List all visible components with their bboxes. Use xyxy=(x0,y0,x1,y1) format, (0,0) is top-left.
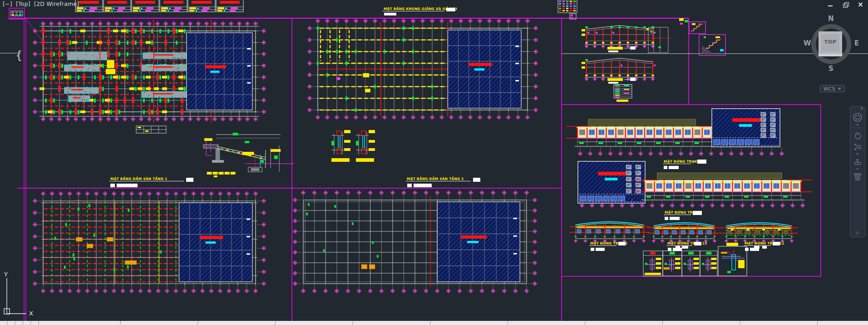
figure-plan-bottom-mid xyxy=(292,190,537,293)
ucs-selector-label: WCS xyxy=(824,86,835,91)
drawing-title: MẶT BẰNG DẦM SÀN TẦNG 1 xyxy=(109,176,193,187)
figure-ramp-section xyxy=(203,133,294,177)
drawing-title-text: MẶT BẰNG DẦM SÀN TẦNG 1 xyxy=(110,176,168,181)
layout-lines: { xyxy=(0,8,868,322)
figure-mini-table xyxy=(136,126,166,133)
drawing-canvas[interactable]: {MẶT BẰNG KHUNG GIẰNG XÀ GỒ MÁIMẶT BẰNG … xyxy=(0,0,868,325)
restore-icon[interactable] xyxy=(843,2,848,8)
figure-truss-title-2 xyxy=(607,78,636,84)
navigation-wheel-icon[interactable] xyxy=(852,111,863,124)
figure-gable-small-1 xyxy=(569,222,650,243)
drawing-title: MẶT BẰNG DẦM SÀN TẦNG 2 xyxy=(406,176,480,187)
ucs-selector-button[interactable]: WCS xyxy=(820,85,845,92)
viewport-view-control[interactable]: [Top] xyxy=(16,0,30,7)
showmotion-icon[interactable] xyxy=(852,171,863,183)
figure-truss-title-1 xyxy=(607,46,636,52)
viewcube-north[interactable]: N xyxy=(828,15,834,23)
viewport-minimize-control[interactable]: [−] xyxy=(3,0,12,7)
drawing-title-text: MẶT ĐỨNG TRỤC A xyxy=(664,160,701,164)
orbit-icon[interactable] xyxy=(852,156,863,168)
figure-plan-top-left xyxy=(32,20,266,123)
figure-gable-a xyxy=(712,109,780,147)
navigation-wheel-caret-icon[interactable] xyxy=(856,124,859,126)
viewcube-top-face[interactable]: TOP xyxy=(819,31,842,56)
close-icon[interactable]: × xyxy=(858,2,863,8)
taskbar-left-cells[interactable] xyxy=(0,321,44,325)
figure-corner-sheet xyxy=(11,11,23,16)
viewport-controls: [−] [Top] [2D Wireframe] xyxy=(3,0,81,7)
minimize-icon[interactable] xyxy=(828,2,833,8)
figure-column-details-row xyxy=(643,243,767,276)
viewcube[interactable]: N W E S TOP xyxy=(804,14,857,74)
navbar-close-icon[interactable]: ✕ xyxy=(860,107,863,111)
svg-text:X: X xyxy=(29,310,33,317)
zoom-caret-icon[interactable] xyxy=(856,153,859,155)
figure-column-section-1 xyxy=(331,130,350,162)
taskbar-tabs[interactable] xyxy=(44,321,868,325)
viewcube-south[interactable]: S xyxy=(829,65,833,73)
drawing-title: MẶT ĐỨNG TRỤC B xyxy=(664,210,702,220)
drawing-title-text: MẶT BẰNG DẦM SÀN TẦNG 2 xyxy=(407,176,464,181)
drawing-title: MẶT ĐỨNG TRỤC A xyxy=(663,160,706,169)
viewport-visual-style-control[interactable]: [2D Wireframe] xyxy=(34,0,79,7)
drawing-title-text: MẶT BẰNG KHUNG GIẰNG XÀ GỒ MÁI xyxy=(384,6,457,11)
figure-gable-small-3 xyxy=(720,223,798,243)
navigation-bar: ✕ ⊖ xyxy=(850,106,865,237)
taskbar[interactable] xyxy=(0,321,868,325)
figure-frame-elevation-1 xyxy=(582,25,656,49)
svg-text:{: { xyxy=(15,49,22,62)
svg-text:Y: Y xyxy=(4,271,8,278)
wcs-caret-icon xyxy=(838,88,841,90)
figure-stair-details-tr xyxy=(646,18,725,55)
autocad-model-space: {MẶT BẰNG KHUNG GIẰNG XÀ GỒ MÁIMẶT BẰNG … xyxy=(0,0,868,325)
window-controls: × xyxy=(828,2,863,8)
figure-frame-elevation-2 xyxy=(582,58,656,81)
drawing-title: MẶT BẰNG KHUNG GIẰNG XÀ GỒ MÁI xyxy=(383,6,457,15)
figure-plan-top-mid xyxy=(307,18,538,120)
figure-mini-sheet-1 xyxy=(558,0,577,13)
figure-sheet-strip xyxy=(75,0,243,12)
orbit-caret-icon[interactable] xyxy=(856,168,859,170)
figure-column-section-2 xyxy=(356,130,375,162)
figure-gable-small-2 xyxy=(647,223,721,243)
figure-plan-bottom-left xyxy=(32,191,266,293)
ucs-icon: XY xyxy=(4,271,33,317)
pan-hand-icon[interactable] xyxy=(852,129,863,141)
zoom-icon[interactable] xyxy=(852,141,863,153)
viewcube-west[interactable]: W xyxy=(804,39,811,47)
figure-gable-b xyxy=(578,161,645,203)
navbar-collapse-icon[interactable]: ⊖ xyxy=(856,230,859,235)
viewcube-face-label: TOP xyxy=(819,39,842,45)
drawing-title: MẶT ĐỨNG TRỤC 2 xyxy=(589,241,627,251)
viewcube-east[interactable]: E xyxy=(854,39,859,47)
figure-legend-table xyxy=(614,85,632,102)
